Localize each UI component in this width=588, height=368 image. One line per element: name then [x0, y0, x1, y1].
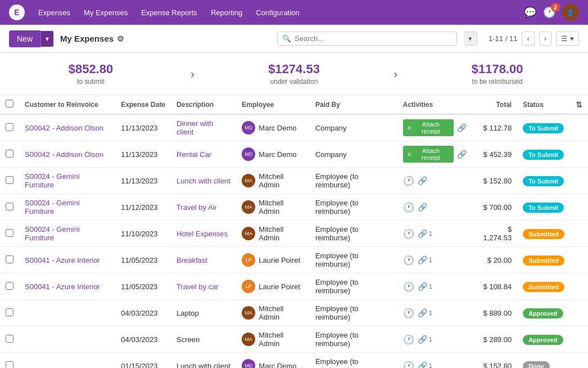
description-link[interactable]: Hotel Expenses [177, 230, 228, 238]
to-be-reimbursed-card: $1178.00 to be reimbursed [406, 62, 588, 86]
nav-reporting[interactable]: Reporting [211, 8, 242, 17]
validation-arrow-icon[interactable]: › [385, 68, 406, 80]
description-link[interactable]: Travel by Air [177, 203, 217, 212]
customer-link[interactable]: S00041 - Azure Interior [25, 282, 100, 291]
attach-count: 1 [429, 309, 432, 316]
customer-link[interactable]: S00041 - Azure Interior [25, 256, 100, 264]
customer-link[interactable]: S00042 - Addison Olson [25, 150, 103, 159]
paperclip-icon[interactable]: 🔗 [457, 123, 467, 132]
expense-date: 04/03/2023 [115, 326, 171, 353]
status-badge: To Submit [523, 150, 564, 160]
employee-cell: LP Laurie Poiret [242, 253, 304, 267]
paperclip-icon[interactable]: 🔗 [418, 361, 427, 368]
next-page-button[interactable]: › [539, 32, 551, 46]
settings-gear-icon[interactable]: ⚙ [117, 34, 124, 43]
table-row: S00024 - Gemini Furniture11/13/2023Lunch… [0, 168, 588, 194]
clock-icon: 🕐 [403, 228, 414, 239]
table-row: 01/15/2023Lunch with client MD Marc Demo… [0, 353, 588, 369]
description-link[interactable]: Breakfast [177, 256, 207, 264]
paperclip-icon[interactable]: 🔗 [418, 255, 427, 264]
to-be-reimbursed-amount: $1178.00 [406, 62, 588, 77]
paid-by: Employee (to reimburse) [310, 247, 397, 273]
paperclip-icon[interactable]: 🔗 [418, 335, 427, 344]
description-text: Laptop [171, 300, 236, 326]
customer-link[interactable]: S00042 - Addison Olson [25, 124, 103, 132]
user-avatar[interactable]: 👤 [562, 4, 579, 21]
table-row: S00042 - Addison Olson11/13/2023Rental C… [0, 141, 588, 168]
app-logo[interactable]: E [9, 5, 25, 20]
submit-arrow-icon[interactable]: › [182, 68, 203, 80]
status-badge: Approved [523, 335, 563, 345]
expense-total: $ 452.39 [472, 141, 518, 168]
expense-total: $ 289.00 [472, 326, 518, 353]
paperclip-icon[interactable]: 🔗 [418, 229, 427, 238]
clock-icon: 🕐 [403, 255, 414, 266]
col-sort[interactable]: ⇅ [570, 95, 588, 114]
paperclip-icon[interactable]: 🔗 [457, 150, 467, 159]
expense-table: Customer to Reinvoice Expense Date Descr… [0, 95, 588, 368]
attach-count: 1 [429, 336, 432, 343]
employee-cell: LP Laurie Poiret [242, 280, 304, 293]
row-checkbox[interactable] [6, 282, 13, 290]
attach-receipt-button[interactable]: ≡ Attach receipt [403, 146, 454, 163]
row-checkbox[interactable] [6, 176, 13, 184]
nav-expense-reports[interactable]: Expense Reports [141, 8, 197, 17]
row-checkbox[interactable] [6, 150, 13, 158]
search-input[interactable] [295, 34, 452, 43]
toolbar-right: 1-11 / 11 ‹ › ☰ ▾ [489, 32, 579, 46]
attach-receipt-button[interactable]: ≡ Attach receipt [403, 119, 454, 136]
expense-total: $ 108.84 [472, 273, 518, 300]
paid-by: Employee (to reimburse) [310, 353, 397, 369]
description-link[interactable]: Dinner with client [177, 119, 213, 136]
row-checkbox[interactable] [6, 123, 13, 131]
customer-link[interactable]: S00024 - Gemini Furniture [25, 199, 80, 216]
paperclip-icon[interactable]: 🔗 [418, 203, 427, 212]
paperclip-icon[interactable]: 🔗 [418, 282, 427, 291]
nav-expenses[interactable]: Expenses [38, 8, 70, 17]
row-checkbox[interactable] [6, 255, 13, 263]
select-all-checkbox[interactable] [6, 100, 13, 107]
paperclip-icon[interactable]: 🔗 [418, 176, 427, 185]
table-row: S00042 - Addison Olson11/13/2023Dinner w… [0, 114, 588, 141]
row-checkbox[interactable] [6, 229, 13, 237]
attach-count-group: 🔗1 [418, 361, 432, 368]
paid-by: Company [310, 114, 397, 141]
expense-total: $ 20.00 [472, 247, 518, 273]
page-title-text: My Expenses [60, 34, 114, 43]
new-button[interactable]: New [9, 30, 40, 47]
col-total: Total [472, 95, 518, 114]
search-filter-dropdown[interactable]: ▾ [464, 32, 477, 46]
sort-icon[interactable]: ⇅ [576, 100, 582, 109]
description-link[interactable]: Travel by car [177, 282, 219, 291]
row-checkbox[interactable] [6, 361, 13, 369]
employee-cell: MA Mitchell Admin [242, 304, 304, 321]
row-checkbox[interactable] [6, 335, 13, 343]
prev-page-button[interactable]: ‹ [522, 32, 534, 46]
table-row: S00041 - Azure Interior11/05/2023Breakfa… [0, 247, 588, 273]
expense-date: 01/15/2023 [115, 353, 171, 369]
top-nav-right: 💬 🕐 2 👤 [524, 4, 579, 21]
description-link[interactable]: Rental Car [177, 150, 211, 159]
description-link[interactable]: Lunch with client [177, 177, 230, 185]
employee-avatar: MD [242, 359, 255, 368]
nav-configuration[interactable]: Configuration [256, 8, 299, 17]
notifications[interactable]: 🕐 2 [543, 6, 555, 19]
attach-icon: ≡ [408, 124, 411, 131]
new-dropdown-button[interactable]: ▾ [40, 31, 53, 47]
nav-my-expenses[interactable]: My Expenses [84, 8, 128, 17]
chat-icon[interactable]: 💬 [524, 6, 536, 19]
paperclip-icon[interactable]: 🔗 [418, 308, 427, 317]
row-checkbox[interactable] [6, 308, 13, 316]
customer-link[interactable]: S00024 - Gemini Furniture [25, 172, 80, 189]
expense-date: 11/12/2023 [115, 194, 171, 221]
summary-row: $852.80 to submit › $1274.53 under valid… [0, 53, 588, 95]
view-options-button[interactable]: ☰ ▾ [556, 32, 579, 46]
select-all-header[interactable] [0, 95, 19, 114]
table-row: S00024 - Gemini Furniture11/12/2023Trave… [0, 194, 588, 221]
employee-name: Marc Demo [259, 124, 296, 132]
employee-cell: MD Marc Demo [242, 147, 304, 161]
customer-link[interactable]: S00024 - Gemini Furniture [25, 225, 80, 242]
paid-by: Employee (to reimburse) [310, 168, 397, 194]
row-checkbox[interactable] [6, 203, 13, 210]
activity-cell: 🕐 🔗 [403, 176, 467, 186]
